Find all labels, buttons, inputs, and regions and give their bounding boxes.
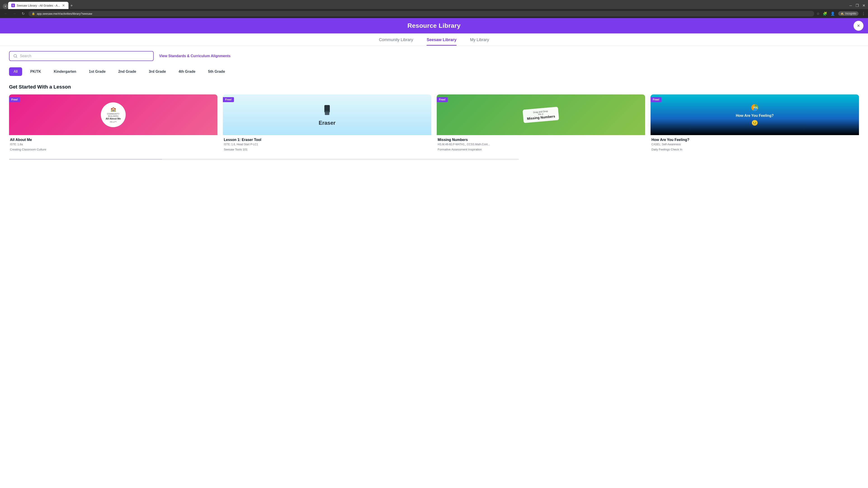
window-controls: ─ ❐ ✕ — [849, 3, 865, 9]
free-badge-1: Free! — [9, 97, 20, 102]
svg-rect-2 — [324, 105, 330, 112]
tab-title: Seesaw Library - All Grades - A... — [17, 4, 60, 7]
community-builders-badge: 🏫 COMMUNITYBUILDERS All About Me PK-2™ — [101, 102, 126, 127]
incognito-label: Incognito — [845, 12, 856, 15]
svg-text:POL: POL — [753, 106, 758, 109]
card-info-2: Lesson 1: Eraser Tool ISTE: 1.6, Head St… — [223, 135, 431, 152]
card-name-4: How Are You Feeling? — [651, 138, 858, 142]
free-badge-3: Free! — [437, 97, 448, 102]
svg-rect-4 — [324, 111, 330, 112]
card-standards-1: ISTE: 1.6a — [10, 143, 217, 146]
poll-badge: POL — [751, 103, 759, 111]
forward-button[interactable]: → — [11, 10, 18, 17]
tab-seesaw-library[interactable]: Seesaw Library — [427, 37, 456, 45]
back-button[interactable]: ← — [3, 10, 9, 17]
svg-rect-3 — [325, 112, 329, 115]
incognito-icon: 🕵 — [840, 12, 844, 15]
lesson-card-missing-numbers[interactable]: Free! Drag and Drop PK-2 Missing Numbers… — [437, 94, 645, 152]
feeling-text: How Are You Feeling? — [736, 113, 774, 118]
scroll-track — [9, 159, 519, 160]
grade-filter-5th[interactable]: 5th Grade — [204, 67, 230, 76]
page-title: Resource Library — [407, 22, 460, 29]
app-wrapper: Resource Library × Community Library See… — [0, 18, 868, 488]
search-icon — [13, 54, 18, 58]
card-thumbnail-2: Free! Eraser — [223, 94, 431, 135]
card-category-2: Seesaw Tools 101 — [224, 148, 430, 151]
card-standards-2: ISTE: 1.6, Head Start P-LC1 — [224, 143, 430, 146]
card-category-1: Creating Classroom Culture — [10, 148, 217, 151]
card-name-1: All About Me — [10, 138, 217, 142]
card-thumbnail-3: Free! Drag and Drop PK-2 Missing Numbers — [437, 94, 645, 135]
address-bar[interactable]: 🔒 app.seesaw.me/#/activities/library?see… — [29, 11, 814, 17]
section-header: Get Started With a Lesson — [0, 80, 868, 94]
browser-toolbar: ← → ↻ 🔒 app.seesaw.me/#/activities/libra… — [0, 9, 868, 18]
scroll-thumb — [9, 159, 162, 160]
tab-switcher[interactable]: ▾ — [3, 4, 8, 9]
grade-filter-1st[interactable]: 1st Grade — [84, 67, 110, 76]
card-thumbnail-1: Free! 🏫 COMMUNITYBUILDERS All About Me P… — [9, 94, 217, 135]
maximize-button[interactable]: ❐ — [856, 3, 859, 8]
card-info-3: Missing Numbers HS.M.48-60.P-MATH1., CCS… — [437, 135, 645, 152]
cards-grid: Free! 🏫 COMMUNITYBUILDERS All About Me P… — [0, 94, 868, 159]
extensions-icon[interactable]: 🧩 — [823, 11, 827, 16]
tab-community-library[interactable]: Community Library — [379, 37, 413, 45]
lock-icon: 🔒 — [32, 12, 35, 15]
cb-title: All About Me — [106, 117, 121, 120]
card-info-4: How Are You Feeling? CASEL: Self-Awarene… — [651, 135, 859, 152]
feeling-emoji: 😐 — [751, 120, 758, 126]
cb-grade: PK-2™ — [110, 121, 116, 123]
section-title: Get Started With a Lesson — [9, 84, 859, 90]
card-standards-4: CASEL: Self-Awareness — [651, 143, 858, 146]
grade-filter-2nd[interactable]: 2nd Grade — [114, 67, 141, 76]
lesson-card-how-are-you-feeling[interactable]: Free! POL How Are You Feeling? 😐 How Are… — [651, 94, 859, 152]
drag-drop-badge: Drag and Drop PK-2 Missing Numbers — [523, 107, 559, 123]
grade-filter-3rd[interactable]: 3rd Grade — [144, 67, 170, 76]
new-tab-button[interactable]: + — [68, 2, 74, 9]
card-thumbnail-4: Free! POL How Are You Feeling? 😐 — [651, 94, 859, 135]
poll-pie-chart: POL — [751, 103, 759, 111]
library-tabs: Community Library Seesaw Library My Libr… — [0, 33, 868, 46]
view-standards-link[interactable]: View Standards & Curriculum Alignments — [159, 54, 230, 58]
card-category-3: Formative Assessment Inspiration — [438, 148, 644, 151]
lesson-card-eraser-tool[interactable]: Free! Eraser Lesson 1: Eraser Tool ISTE:… — [223, 94, 431, 152]
card-standards-3: HS.M.48-60.P-MATH1., CCSS.Math.Cont... — [438, 143, 644, 146]
grade-filter-pktk[interactable]: PK/TK — [26, 67, 46, 76]
url-text: app.seesaw.me/#/activities/library?seesa… — [37, 12, 92, 15]
tab-close-button[interactable]: ✕ — [62, 3, 65, 8]
grade-filter-4th[interactable]: 4th Grade — [174, 67, 200, 76]
toolbar-actions: ☆ 🧩 👤 🕵 Incognito ⋮ — [816, 11, 865, 16]
svg-line-1 — [16, 57, 17, 58]
lesson-card-all-about-me[interactable]: Free! 🏫 COMMUNITYBUILDERS All About Me P… — [9, 94, 217, 152]
scroll-hint — [0, 159, 868, 162]
free-badge-2: Free! — [223, 97, 234, 102]
profile-icon[interactable]: 👤 — [831, 11, 835, 16]
eraser-label: Eraser — [319, 120, 336, 126]
tab-row: ▾ S Seesaw Library - All Grades - A... ✕… — [3, 2, 865, 9]
search-area: View Standards & Curriculum Alignments — [0, 46, 868, 65]
bookmark-icon[interactable]: ☆ — [816, 11, 819, 16]
grade-filters: All PK/TK Kindergarten 1st Grade 2nd Gra… — [0, 65, 868, 80]
active-tab[interactable]: S Seesaw Library - All Grades - A... ✕ — [8, 2, 68, 9]
resource-header: Resource Library × — [0, 18, 868, 33]
reload-button[interactable]: ↻ — [20, 10, 26, 17]
close-modal-button[interactable]: × — [854, 21, 864, 31]
card-info-1: All About Me ISTE: 1.6a Creating Classro… — [9, 135, 217, 152]
tab-favicon: S — [11, 4, 15, 7]
eraser-visual: Eraser — [319, 104, 336, 126]
tab-my-library[interactable]: My Library — [470, 37, 489, 45]
incognito-badge: 🕵 Incognito — [838, 11, 859, 16]
close-window-button[interactable]: ✕ — [862, 3, 865, 8]
grade-filter-all[interactable]: All — [9, 67, 22, 76]
card-name-2: Lesson 1: Eraser Tool — [224, 138, 430, 142]
grade-filter-kindergarten[interactable]: Kindergarten — [49, 67, 81, 76]
card-name-3: Missing Numbers — [438, 138, 644, 142]
search-input[interactable] — [20, 54, 150, 58]
browser-chrome: ▾ S Seesaw Library - All Grades - A... ✕… — [0, 0, 868, 9]
eraser-icon — [321, 104, 333, 119]
search-box — [9, 51, 154, 61]
card-category-4: Daily Feelings Check In — [651, 148, 858, 151]
menu-icon[interactable]: ⋮ — [862, 11, 865, 16]
cb-icon: 🏫 — [111, 106, 116, 112]
minimize-button[interactable]: ─ — [849, 4, 852, 8]
free-badge-4: Free! — [651, 97, 662, 102]
